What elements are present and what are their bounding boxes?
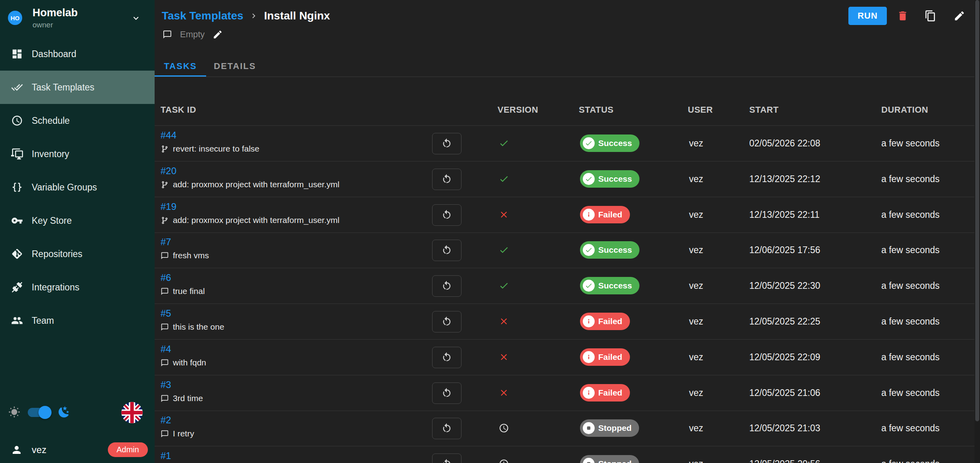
rerun-task-button[interactable] <box>432 311 461 332</box>
task-duration: a few seconds <box>881 138 940 149</box>
rerun-task-button[interactable] <box>432 240 461 261</box>
task-user: vez <box>689 174 703 184</box>
task-start: 12/13/2025 22:11 <box>749 209 819 220</box>
task-message-text: revert: insecure to false <box>173 144 259 154</box>
dashboard-icon <box>11 48 23 60</box>
task-id-link[interactable]: #44 <box>161 130 176 141</box>
edit-template-button[interactable] <box>953 10 965 22</box>
key-icon <box>11 215 23 227</box>
task-id-link[interactable]: #7 <box>161 236 171 248</box>
rerun-task-button[interactable] <box>432 204 461 226</box>
status-badge-success: Success <box>580 241 639 259</box>
task-id-link[interactable]: #5 <box>161 308 171 319</box>
task-message: add: proxmox project with terraform_user… <box>161 215 339 225</box>
sidebar-item-task-templates[interactable]: Task Templates <box>0 71 155 104</box>
scrollbar-track[interactable] <box>974 0 980 463</box>
task-user: vez <box>689 423 703 434</box>
task-message-text: true final <box>173 286 205 296</box>
rerun-task-button[interactable] <box>432 169 461 190</box>
task-id-link[interactable]: #1 <box>161 450 171 461</box>
task-duration: a few seconds <box>881 459 940 463</box>
trash-icon <box>897 10 909 22</box>
monitor-multiple-icon <box>11 148 23 160</box>
moon-icon <box>57 405 71 419</box>
source-branch-icon <box>161 145 169 153</box>
scrollbar-thumb[interactable] <box>975 0 979 421</box>
sidebar-item-key-store[interactable]: Key Store <box>0 204 155 237</box>
tab-tasks[interactable]: TASKS <box>155 56 206 77</box>
task-message-text: add: proxmox project with terraform_user… <box>173 215 339 225</box>
stop-circle-icon <box>583 458 595 463</box>
rerun-task-button[interactable] <box>432 418 461 439</box>
version-fail-icon <box>499 209 509 220</box>
rerun-task-button[interactable] <box>432 347 461 368</box>
sun-icon <box>8 406 20 418</box>
sidebar-item-label: Integrations <box>32 282 79 293</box>
language-flag-uk[interactable] <box>121 402 143 423</box>
task-message-text: 3rd time <box>173 394 203 403</box>
task-message-text: with fqdn <box>173 358 206 367</box>
sidebar-item-variable-groups[interactable]: Variable Groups <box>0 171 155 204</box>
sidebar-item-inventory[interactable]: Inventory <box>0 137 155 171</box>
task-message: with fqdn <box>161 358 206 367</box>
task-duration: a few seconds <box>881 352 940 363</box>
sidebar-item-repositories[interactable]: Repositories <box>0 237 155 271</box>
table-row: #3 3rd time Failed vez 12/05/2025 21:06 … <box>155 375 975 411</box>
task-duration: a few seconds <box>881 280 940 291</box>
tab-details[interactable]: DETAILS <box>210 56 260 77</box>
chevron-down-icon[interactable] <box>131 13 141 23</box>
sidebar-item-dashboard[interactable]: Dashboard <box>0 37 155 71</box>
tab-bar: TASKS DETAILS <box>155 56 980 77</box>
status-label: Success <box>598 245 632 255</box>
description-text: Empty <box>180 29 205 40</box>
sidebar-item-label: Schedule <box>32 115 70 126</box>
task-id-link[interactable]: #20 <box>161 165 176 177</box>
status-badge-success: Success <box>580 277 639 294</box>
status-badge-success: Success <box>580 170 639 188</box>
column-duration: DURATION <box>881 105 928 115</box>
task-id-link[interactable]: #19 <box>161 201 176 212</box>
task-duration: a few seconds <box>881 316 940 327</box>
task-message-text: I retry <box>173 429 194 438</box>
breadcrumb-task-templates-link[interactable]: Task Templates <box>162 10 243 22</box>
task-message: true final <box>161 286 205 296</box>
copy-template-button[interactable] <box>924 10 936 22</box>
message-icon <box>161 252 169 260</box>
dark-mode-toggle[interactable] <box>28 408 50 417</box>
task-id-link[interactable]: #2 <box>161 415 171 426</box>
rerun-task-button[interactable] <box>432 382 461 404</box>
status-badge-success: Success <box>580 134 639 152</box>
version-wait-clock-icon <box>499 423 509 433</box>
git-icon <box>11 248 23 260</box>
edit-description-pencil-icon[interactable] <box>212 29 223 40</box>
sidebar-item-integrations[interactable]: Integrations <box>0 271 155 304</box>
task-user: vez <box>689 388 703 398</box>
breadcrumb: Task Templates Install Nginx <box>162 10 330 22</box>
task-message: this is the one <box>161 322 224 332</box>
version-check-icon <box>499 245 509 255</box>
rerun-task-button[interactable] <box>432 133 461 154</box>
delete-template-button[interactable] <box>897 10 909 22</box>
project-name: Homelab <box>33 7 78 19</box>
run-button[interactable]: RUN <box>848 7 887 25</box>
task-start: 12/05/2025 21:03 <box>749 423 820 434</box>
task-id-link[interactable]: #3 <box>161 379 171 390</box>
task-start: 12/05/2025 22:25 <box>749 316 820 327</box>
check-circle-icon <box>583 244 595 256</box>
project-avatar: HO <box>8 11 22 25</box>
rerun-task-button[interactable] <box>432 275 461 297</box>
current-user[interactable]: vez Admin <box>0 440 155 460</box>
task-id-link[interactable]: #6 <box>161 272 171 283</box>
sidebar-item-label: Repositories <box>32 249 82 259</box>
sidebar-item-team[interactable]: Team <box>0 304 155 337</box>
sidebar-item-label: Team <box>32 315 54 326</box>
task-id-link[interactable]: #4 <box>161 344 171 355</box>
sidebar-item-schedule[interactable]: Schedule <box>0 104 155 137</box>
connection-icon <box>11 281 23 293</box>
task-duration: a few seconds <box>881 209 940 220</box>
task-user: vez <box>689 352 703 363</box>
column-version: VERSION <box>498 105 538 115</box>
project-switcher[interactable]: HO Homelab owner <box>0 0 155 42</box>
sidebar-item-label: Inventory <box>32 149 69 159</box>
rerun-task-button[interactable] <box>432 453 461 463</box>
